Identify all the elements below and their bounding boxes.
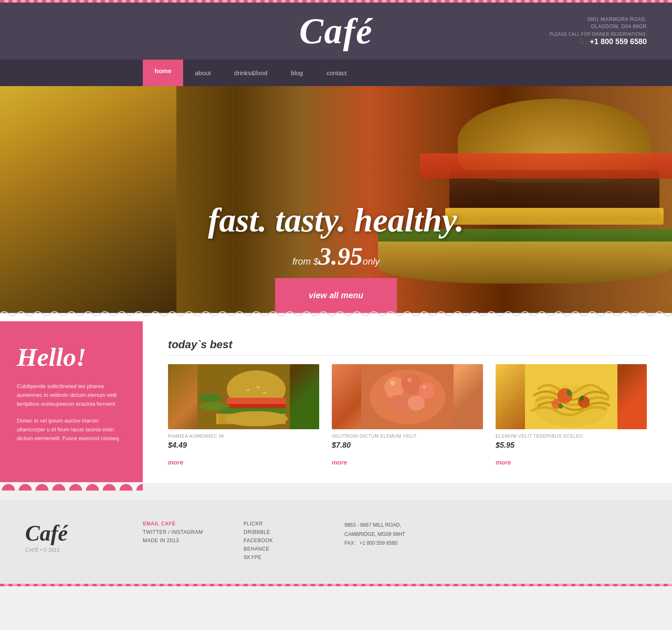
- price-dollar-sign-2: $: [332, 441, 336, 449]
- footer-col-1: EMAIL CAFÉ TWITTER / INSTAGRAM MADE IN 2…: [143, 521, 218, 546]
- food-image-3: [496, 364, 647, 429]
- footer-link-email[interactable]: EMAIL CAFÉ: [143, 521, 218, 527]
- hero-content: fast. tasty. healthy. from $3.95only: [0, 202, 672, 271]
- price-dollar-sign-1: $: [168, 441, 172, 449]
- todays-best-title: today`s best: [168, 338, 647, 356]
- food-card-1: PHAREA AUMENNEC IN $4.49 more: [168, 364, 319, 466]
- food-label-3: ELEMUM VELIT TERDPIBUS SCELEU: [496, 433, 647, 438]
- food-label-2: VELITROIN DICTUM ELEMUM VELIT: [332, 433, 483, 438]
- main-nav: home about drinks&food blog contact: [0, 60, 672, 86]
- footer-link-dribbble[interactable]: DRIBBBLE: [244, 529, 319, 535]
- hero-price-prefix: from $: [292, 256, 318, 267]
- food-image-2: [332, 364, 483, 429]
- phone-number: +1 800 559 6580: [590, 37, 647, 46]
- footer-tagline: CAFÉ • © 2013: [25, 547, 118, 553]
- food-price-2: $7.80: [332, 441, 483, 455]
- nav-item-contact[interactable]: contact: [315, 60, 358, 86]
- nav-item-drinks-food[interactable]: drinks&food: [223, 60, 279, 86]
- food-more-3[interactable]: more: [496, 459, 511, 466]
- svg-point-14: [407, 378, 412, 382]
- footer-address-line1: 9863 - 9867 MILL ROAD,: [344, 522, 401, 528]
- svg-point-13: [390, 381, 395, 386]
- view-all-menu-button[interactable]: view all menu: [275, 278, 397, 313]
- hello-title: Hello!: [17, 342, 126, 372]
- site-header: Café 3901 MARMORA ROAD, GLASGOW, D04 89G…: [0, 3, 672, 60]
- food-label-1: PHAREA AUMENNEC IN: [168, 433, 319, 438]
- hello-text-2: Donec in vel ipsum auctov inaroin ullamc…: [17, 417, 126, 443]
- nav-item-blog[interactable]: blog: [279, 60, 315, 86]
- pasta-svg: [496, 364, 647, 429]
- zigzag-decoration: [0, 310, 672, 318]
- phone-icon: 📞: [579, 38, 587, 46]
- header-phone: 📞 +1 800 559 6580: [549, 37, 647, 46]
- price-dollar-sign-3: $: [496, 441, 500, 449]
- hello-sidebar: Hello! Cubilipende sollicitineied leo ph…: [0, 321, 143, 483]
- footer-fax-label: FAX:: [344, 540, 355, 546]
- svg-point-15: [423, 386, 426, 389]
- hello-text-1: Cubilipende sollicitineied leo pharea au…: [17, 382, 126, 408]
- food-price-1: $4.49: [168, 441, 319, 455]
- header-contact: 3901 MARMORA ROAD, GLASGOW, D04 89GR PLE…: [549, 16, 647, 46]
- footer-col-3: 9863 - 9867 MILL ROAD, CAMBRIDGE, MG09 9…: [344, 521, 420, 548]
- hero-price-suffix: only: [363, 256, 380, 267]
- footer-link-facebook[interactable]: FACEBOOK: [244, 538, 319, 543]
- food-card-2: VELITROIN DICTUM ELEMUM VELIT $7.80 more: [332, 364, 483, 466]
- footer-logo: Café: [25, 521, 118, 546]
- content-area: today`s best: [143, 321, 672, 483]
- food-card-3: ELEMUM VELIT TERDPIBUS SCELEU $5.95 more: [496, 364, 647, 466]
- food-more-2[interactable]: more: [332, 459, 347, 466]
- site-footer: Café CAFÉ • © 2013 EMAIL CAFÉ TWITTER / …: [0, 500, 672, 584]
- food-image-1: [168, 364, 319, 429]
- food-more-1[interactable]: more: [168, 459, 184, 466]
- footer-col-2: FLICKR DRIBBBLE FACEBOOK BEHANCE SKYPE: [244, 521, 319, 563]
- footer-address-line2: CAMBRIDGE, MG09 99HT: [344, 531, 405, 537]
- header-address-line2: GLASGOW, D04 89GR: [549, 23, 647, 30]
- hero-section: fast. tasty. healthy. from $3.95only vie…: [0, 86, 672, 313]
- hero-price: from $3.95only: [0, 242, 672, 271]
- hero-fries-area: [0, 86, 176, 313]
- burger-svg: [168, 364, 319, 429]
- footer-logo-section: Café CAFÉ • © 2013: [25, 521, 118, 553]
- footer-fax: +1 800 559 6580: [360, 540, 397, 546]
- footer-link-twitter[interactable]: TWITTER / INSTAGRAM: [143, 529, 218, 535]
- hero-tomato: [420, 153, 672, 178]
- main-content-section: Hello! Cubilipende sollicitineied leo ph…: [0, 321, 672, 483]
- header-address-line1: 3901 MARMORA ROAD,: [549, 16, 647, 23]
- footer-link-made-in[interactable]: MADE IN 2013: [143, 538, 218, 543]
- hero-tagline: fast. tasty. healthy.: [0, 202, 672, 239]
- price-value-2: 7.80: [336, 441, 351, 449]
- food-price-3: $5.95: [496, 441, 647, 455]
- footer-link-skype[interactable]: SKYPE: [244, 554, 319, 560]
- header-phone-label: PLEASE CALL FOR DINNER RESERVATIONS:: [549, 32, 647, 37]
- price-value-1: 4.49: [172, 441, 187, 449]
- section-divider: [0, 313, 672, 321]
- nav-item-about[interactable]: about: [183, 60, 223, 86]
- footer-link-behance[interactable]: BEHANCE: [244, 546, 319, 552]
- hero-price-amount: 3.95: [319, 242, 363, 270]
- bottom-decorative-border: [0, 584, 672, 586]
- price-value-3: 5.95: [500, 441, 514, 449]
- food-grid: PHAREA AUMENNEC IN $4.49 more: [168, 364, 647, 466]
- site-logo: Café: [299, 10, 373, 52]
- shrimp-svg: [332, 364, 483, 429]
- footer-address: 9863 - 9867 MILL ROAD, CAMBRIDGE, MG09 9…: [344, 521, 420, 548]
- footer-link-flickr[interactable]: FLICKR: [244, 521, 319, 527]
- nav-item-home[interactable]: home: [143, 60, 183, 86]
- svg-point-7: [225, 411, 288, 426]
